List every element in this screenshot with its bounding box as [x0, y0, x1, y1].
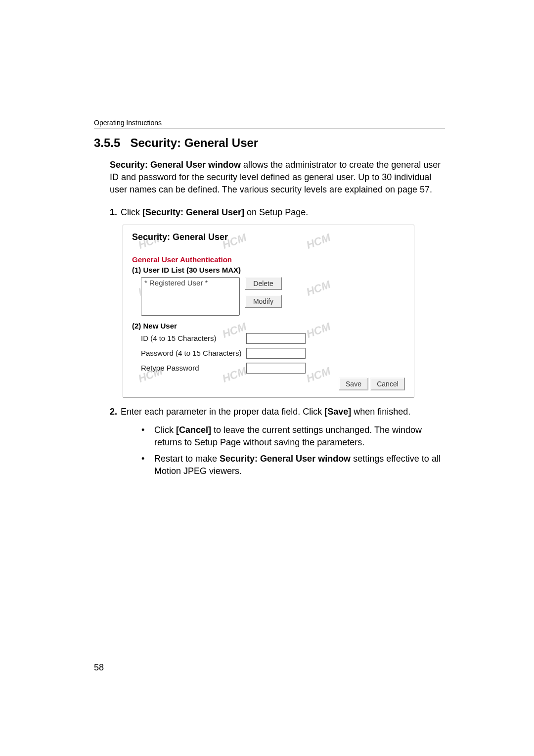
step-1-number: 1.	[110, 207, 121, 218]
retype-password-label: Retype Password	[132, 364, 243, 372]
step-2-pre: Enter each parameter in the proper data …	[121, 407, 324, 417]
registered-user-placeholder[interactable]: * Registered User *	[143, 279, 237, 288]
intro-paragraph: Security: General User window allows the…	[110, 159, 445, 196]
auth-heading: General User Authentication	[132, 255, 405, 264]
user-id-list-heading: (1) User ID List (30 Users MAX)	[132, 266, 405, 274]
user-id-listbox[interactable]: * Registered User *	[141, 277, 240, 316]
running-header: Operating Instructions	[94, 119, 445, 127]
bullet-restart-pre: Restart to make	[154, 454, 220, 464]
step-1-bold: [Security: General User]	[142, 207, 244, 217]
page-number: 58	[94, 662, 104, 673]
panel-title: Security: General User	[132, 232, 405, 242]
id-label: ID (4 to 15 Characters)	[132, 334, 243, 342]
modify-button[interactable]: Modify	[245, 295, 282, 308]
step-2-bullets: Click [Cancel] to leave the current sett…	[141, 424, 445, 478]
section-number: 3.5.5	[94, 136, 120, 149]
bullet-restart-bold: Security: General User window	[220, 454, 351, 464]
delete-button[interactable]: Delete	[245, 277, 282, 290]
header-rule	[94, 129, 445, 129]
cancel-button[interactable]: Cancel	[370, 378, 405, 390]
section-title-text: Security: General User	[130, 136, 258, 149]
step-2-post: when finished.	[351, 407, 410, 417]
section-heading: 3.5.5 Security: General User	[94, 136, 445, 150]
step-1-pre: Click	[121, 207, 142, 217]
password-input[interactable]	[246, 348, 306, 359]
step-1-post: on Setup Page.	[244, 207, 308, 217]
retype-password-input[interactable]	[246, 363, 306, 374]
step-2-bold: [Save]	[324, 407, 351, 417]
id-input[interactable]	[246, 333, 306, 344]
settings-panel-screenshot: HCM HCM HCM HCM HCM HCM HCM HCM HCM HCM …	[123, 225, 414, 398]
password-label: Password (4 to 15 Characters)	[132, 349, 243, 357]
step-1: 1. Click [Security: General User] on Set…	[110, 207, 445, 218]
bullet-restart: Restart to make Security: General User w…	[141, 453, 445, 477]
intro-lead-bold: Security: General User window	[110, 160, 241, 170]
step-2-number: 2.	[110, 407, 121, 417]
step-2: 2. Enter each parameter in the proper da…	[110, 407, 445, 417]
new-user-heading: (2) New User	[132, 322, 405, 330]
bullet-cancel-bold: [Cancel]	[176, 425, 211, 435]
save-button[interactable]: Save	[339, 378, 368, 390]
bullet-cancel-pre: Click	[154, 425, 176, 435]
bullet-cancel: Click [Cancel] to leave the current sett…	[141, 424, 445, 449]
